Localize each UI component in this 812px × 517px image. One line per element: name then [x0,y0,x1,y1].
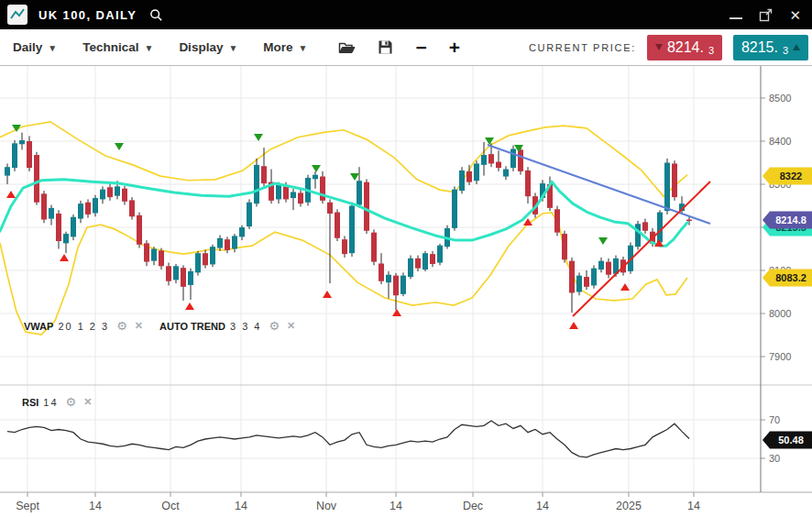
auto-trend-settings-gear-icon[interactable]: ⚙ [269,320,280,332]
current-price-label: CURRENT PRICE: [529,42,636,53]
candle-body [63,234,69,243]
candle-body [291,192,296,198]
time-axis-label[interactable]: 14 [536,500,549,512]
candle-body [422,253,428,270]
candle-body [342,239,347,254]
candle-body [159,250,164,266]
candle-body [5,167,10,175]
candle-body [496,162,501,169]
popout-button[interactable] [759,6,773,24]
bollinger-lower-tag-text: 8083.2 [775,272,807,283]
price-axis-label[interactable]: 8400 [769,136,791,147]
vwap-settings-gear-icon[interactable]: ⚙ [116,320,127,332]
candle-body [217,238,223,248]
candle-body [408,258,413,277]
bollinger-upper-tag-text: 8322 [780,170,802,182]
candle-body [598,261,604,270]
candle-body [364,182,369,231]
candle-body [203,253,208,265]
auto-trend-remove-icon[interactable]: ✕ [287,320,295,332]
candle-body [283,186,289,199]
candle-body [232,236,237,248]
time-axis-label[interactable]: 14 [89,500,102,512]
rsi-settings-gear-icon[interactable]: ⚙ [66,396,77,408]
close-icon[interactable]: ✕ [789,6,801,24]
candle-body [401,276,406,294]
sell-price-button[interactable]: 8214. 3 [647,35,722,60]
candle-body [437,246,443,263]
minimize-button[interactable] [730,6,742,24]
candle-body [173,266,179,280]
candle-body [466,171,472,182]
price-chart[interactable]: 85008400830082008100800079007030Sept14Oc… [0,66,812,517]
auto-trend-legend-params: 3 3 4 [230,321,261,332]
candle-body [261,166,267,183]
price-axis-label[interactable]: 8500 [769,93,791,104]
candle-body [386,275,391,282]
candle-body [210,247,215,264]
candle-body [313,175,318,180]
candle-body [657,213,663,243]
candle-body [371,233,377,262]
candle-body [27,141,32,168]
time-axis-label[interactable]: 14 [390,500,402,512]
candle-body [129,200,135,216]
candle-body [584,277,589,287]
time-axis-label[interactable]: Dec [463,500,483,512]
candle-body [71,217,76,237]
menu-more-label: More [263,40,292,54]
time-axis-label[interactable]: Oct [161,500,180,512]
menu-technical[interactable]: Technical ▼ [82,40,153,54]
candle-body [122,189,127,202]
chevron-down-icon: ▼ [228,43,237,53]
time-axis-label[interactable]: Sept [16,500,39,512]
vwap-remove-icon[interactable]: ✕ [135,320,143,332]
open-folder-icon[interactable] [338,40,356,55]
zoom-in-icon[interactable]: + [449,38,460,57]
menu-more[interactable]: More ▼ [263,40,307,54]
time-axis-label[interactable]: Nov [316,500,337,512]
chevron-down-icon: ▼ [48,43,57,53]
candle-body [576,276,582,292]
menu-display[interactable]: Display ▼ [179,40,237,54]
time-axis-label[interactable]: 2025 [616,500,642,512]
price-axis-label[interactable]: 7900 [769,351,791,362]
candle-body [247,203,252,226]
candle-body [151,249,157,261]
candle-body [320,177,325,201]
candle-body [49,208,54,219]
main-chart-legend: VWAP 20 1 2 3 ⚙ ✕ AUTO TREND 3 3 4 ⚙ ✕ [24,320,295,332]
candle-body [239,227,245,236]
candle-body [100,190,105,200]
candle-body [415,258,421,269]
candle-body [78,204,83,218]
candle-body [254,165,259,204]
time-axis-label[interactable]: 14 [235,500,247,512]
arrow-down-icon [655,44,663,50]
candle-body [349,206,355,254]
candle-body [56,214,61,241]
vwap-legend-label: VWAP [24,321,53,332]
search-icon[interactable] [149,8,163,22]
rsi-axis-label[interactable]: 30 [769,453,780,464]
time-axis-label[interactable]: 14 [687,500,700,512]
candle-body [606,262,611,275]
menu-display-label: Display [179,40,223,54]
candle-body [181,268,186,287]
buy-price-decimal: 3 [783,45,788,56]
candle-body [642,222,648,230]
zoom-out-icon[interactable]: − [415,38,426,57]
candle-body [107,187,113,197]
candle-body [379,263,384,280]
candle-body [474,163,479,181]
buy-price-button[interactable]: 8215. 3 [733,35,808,60]
rsi-legend-params: 14 [43,397,58,408]
price-axis-label[interactable]: 8000 [769,308,791,319]
candle-body [481,155,487,165]
rsi-remove-icon[interactable]: ✕ [83,396,92,408]
save-icon[interactable] [378,39,393,55]
rsi-axis-label[interactable]: 70 [769,414,780,425]
candle-body [459,170,465,191]
menu-daily[interactable]: Daily ▼ [13,40,57,54]
candle-body [115,186,120,195]
